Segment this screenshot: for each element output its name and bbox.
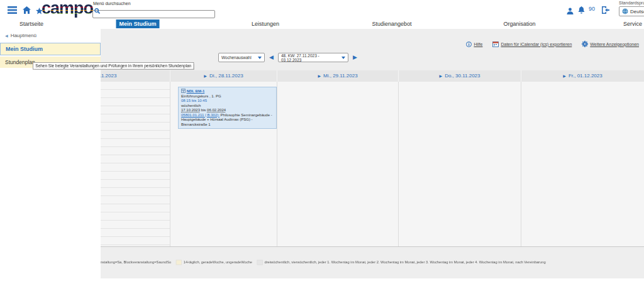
event-card: NDL BM-1 Einführungskurs , 1. PG 08:15 b… xyxy=(178,87,277,129)
campo-app: campo Menü durchsuchen 90 Standardsprach… xyxy=(0,0,644,291)
room-link[interactable]: 05801.01.211 ( B.302): xyxy=(181,113,219,117)
page-actions: Hilfe Daten für iCalendar (ics) exportie… xyxy=(466,41,639,47)
tab-service[interactable]: Service xyxy=(620,19,644,28)
language-select[interactable]: Deutsch xyxy=(619,6,644,16)
event-date-range: 17.10.2023 bis 06.02.2024 xyxy=(181,108,274,113)
tab-mein-studium[interactable]: Mein Studium xyxy=(116,19,160,28)
grid-column-divider xyxy=(521,82,521,246)
course-link[interactable]: NDL BM-1 xyxy=(187,89,205,93)
tooltip: Sehen Sie belegte Veranstaltungen und Pr… xyxy=(33,62,194,70)
search-field xyxy=(92,7,215,15)
grid-column-divider xyxy=(170,82,170,246)
chevron-right-icon: ▶ xyxy=(204,74,207,78)
caret-down-icon xyxy=(258,57,262,59)
chevron-right-icon: ▶ xyxy=(318,74,321,78)
chevron-right-icon: ▶ xyxy=(440,74,443,78)
event-type: Einführungskurs , 1. PG xyxy=(181,94,274,99)
back-to-hauptmenu[interactable]: ◀Hauptmenü xyxy=(0,29,101,41)
logout-icon[interactable] xyxy=(601,5,609,16)
tab-leistungen[interactable]: Leistungen xyxy=(248,19,282,28)
caret-down-icon xyxy=(341,57,345,59)
next-week-button[interactable]: ▶ xyxy=(353,53,357,62)
ical-export-link[interactable]: Daten für iCalendar (ics) exportieren xyxy=(492,41,572,47)
event-end-date: 06.02.2024 xyxy=(207,108,226,112)
calendar-header-row: ▶Mo., 27.11.2023 ▶Di., 28.11.2023 ▶Mi., … xyxy=(22,70,644,82)
grid-column-divider xyxy=(277,82,277,246)
search-label: Menü durchsuchen xyxy=(93,1,131,6)
event-rhythm: wöchentlich xyxy=(181,104,274,109)
event-start-date: 17.10.2023 xyxy=(181,108,200,112)
gear-icon xyxy=(582,41,588,47)
day-header-friday[interactable]: ▶Fr., 01.12.2023 xyxy=(521,70,644,82)
course-icon xyxy=(181,89,186,93)
previous-week-button[interactable]: ◀ xyxy=(269,53,274,62)
legend-swatch xyxy=(257,260,262,265)
week-mode-select[interactable]: Wochenauswahl xyxy=(218,53,265,62)
language-value: Deutsch xyxy=(630,9,644,14)
user-icon[interactable] xyxy=(567,6,574,17)
help-link[interactable]: Hilfe xyxy=(466,41,482,47)
grid-column-divider xyxy=(398,82,399,246)
event-time: 08:15 bis 10:45 xyxy=(181,99,274,104)
menu-icon[interactable] xyxy=(8,5,17,16)
day-header-wednesday[interactable]: ▶Mi., 29.11.2023 xyxy=(277,70,398,82)
chevron-right-icon: ▶ xyxy=(563,74,566,78)
week-toolbar: Wochenauswahl ◀ 48. KW: 27.11.2023 - 03.… xyxy=(218,53,357,62)
day-header-tuesday[interactable]: ▶Di., 28.11.2023 xyxy=(170,70,277,82)
notifications-bell-icon[interactable] xyxy=(578,5,585,16)
week-select[interactable]: 48. KW: 27.11.2023 - 03.12.2023 xyxy=(278,53,348,62)
search-input[interactable] xyxy=(92,10,215,18)
event-location: 05801.01.211 ( B.302): Philosophie Semin… xyxy=(181,113,274,128)
tab-studienangebot[interactable]: Studienangebot xyxy=(369,19,414,28)
tab-organisation[interactable]: Organisation xyxy=(500,19,538,28)
display-options-link[interactable]: Weitere Anzeigeoptionen xyxy=(582,41,639,47)
campo-logo[interactable]: campo xyxy=(42,0,93,18)
legend-item: 14-täglich, geradeWoche, ungeradeWoche xyxy=(175,260,252,265)
day-header-thursday[interactable]: ▶Do., 30.11.2023 xyxy=(398,70,521,82)
search-icon xyxy=(94,8,100,14)
legend: Blockveranstaltung=Sa, Blockveranstaltun… xyxy=(77,260,546,265)
calendar-body: NDL BM-1 Einführungskurs , 1. PG 08:15 b… xyxy=(22,82,644,247)
legend-swatch xyxy=(175,260,181,265)
sidebar-item-mein-studium[interactable]: Mein Studium xyxy=(0,43,101,55)
notification-count: 90 xyxy=(589,6,595,12)
info-icon xyxy=(466,41,472,47)
top-bar: campo Menü durchsuchen 90 Standardsprach… xyxy=(0,0,644,19)
tab-startseite[interactable]: Startseite xyxy=(16,19,47,28)
legend-item: dreiwöchentlich, vierwöchentlich, jeder … xyxy=(257,260,545,265)
home-icon[interactable] xyxy=(23,5,31,16)
calendar-export-icon xyxy=(492,41,499,47)
main-nav: Startseite Mein Studium Leistungen Studi… xyxy=(0,19,644,30)
globe-icon xyxy=(622,8,628,14)
chevron-left-icon: ◀ xyxy=(5,34,8,38)
language-caption: Standardsprache xyxy=(619,1,644,5)
